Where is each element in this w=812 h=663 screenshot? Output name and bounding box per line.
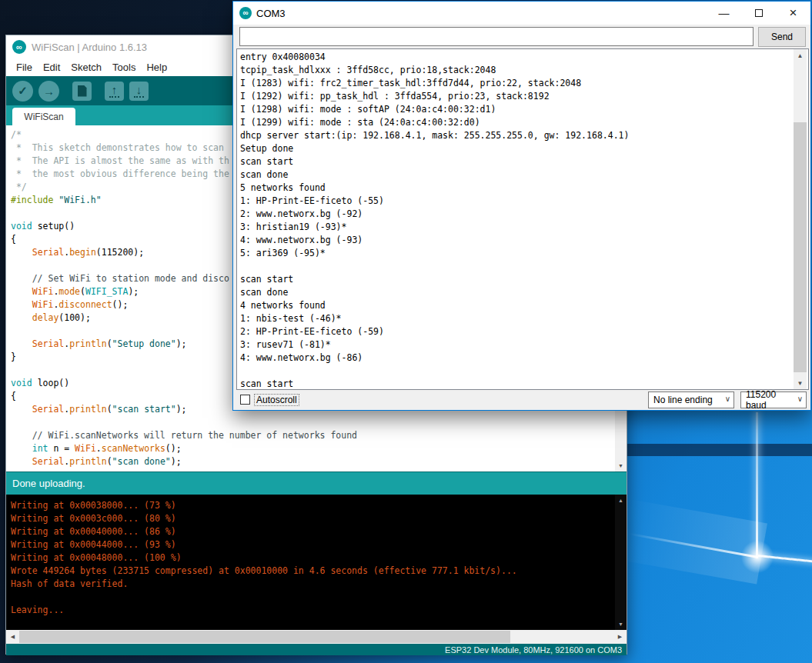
open-tray-icon	[109, 96, 119, 98]
window-controls: — ×	[707, 2, 810, 25]
maximize-button[interactable]	[741, 2, 776, 25]
upload-status-bar: Done uploading.	[6, 471, 627, 495]
serial-output-area[interactable]: entry 0x40080034tcpip_task_hdlxxx : 3ffd…	[236, 48, 809, 390]
line-ending-value: No line ending	[653, 395, 713, 405]
ide-window-title: WiFiScan | Arduino 1.6.13	[32, 42, 147, 53]
editor-scroll-down-icon[interactable]: ▼	[615, 460, 627, 471]
send-button[interactable]: Send	[758, 27, 806, 47]
serial-monitor-bottom-bar: Autoscroll No line ending ∨ 115200 baud …	[233, 390, 810, 410]
baud-rate-dropdown[interactable]: 115200 baud ∨	[740, 391, 807, 408]
serial-scroll-down-icon[interactable]: ▼	[794, 377, 807, 389]
serial-monitor-title: COM3	[256, 8, 286, 19]
tab-wifiscan[interactable]: WiFiScan	[12, 108, 75, 125]
serial-monitor-window: ∞ COM3 — × Send entry 0x40080034tcpip_ta…	[232, 1, 811, 411]
open-sketch-button[interactable]: ↑	[105, 82, 124, 101]
upload-status-text: Done uploading.	[12, 478, 85, 489]
menu-tools[interactable]: Tools	[107, 60, 141, 75]
console-horizontal-scrollbar[interactable]: ◀ ▶	[6, 630, 627, 644]
chevron-down-icon: ∨	[725, 395, 730, 403]
menu-help[interactable]: Help	[141, 60, 172, 75]
chevron-down-icon: ∨	[797, 395, 803, 403]
serial-send-input[interactable]	[239, 27, 754, 46]
new-sketch-button[interactable]	[72, 82, 92, 101]
new-document-icon	[78, 85, 87, 97]
autoscroll-checkbox[interactable]	[240, 395, 250, 405]
hscroll-left-icon[interactable]: ◀	[6, 630, 19, 644]
close-button[interactable]: ×	[776, 2, 810, 25]
upload-button[interactable]: →	[38, 81, 59, 102]
menu-file[interactable]: File	[11, 60, 38, 75]
arduino-logo-icon: ∞	[12, 40, 26, 54]
baud-rate-value: 115200 baud	[746, 389, 792, 411]
build-console[interactable]: Writing at 0x00038000... (73 %)Writing a…	[6, 495, 627, 630]
menu-sketch[interactable]: Sketch	[65, 60, 107, 75]
console-vertical-scrollbar[interactable]: ▲ ▼	[615, 495, 627, 630]
hscroll-thumb[interactable]	[19, 631, 510, 643]
save-arrow-icon: ↓	[136, 84, 142, 95]
serial-vertical-scrollbar[interactable]: ▲ ▼	[794, 49, 807, 389]
desktop: ∞ WiFiScan | Arduino 1.6.13 File Edit Sk…	[0, 0, 812, 663]
save-tray-icon	[134, 96, 144, 98]
board-status-text: ESP32 Dev Module, 80MHz, 921600 on COM3	[445, 645, 622, 655]
minimize-button[interactable]: —	[707, 2, 741, 25]
serial-scroll-thumb[interactable]	[794, 122, 807, 372]
ide-status-bar: ESP32 Dev Module, 80MHz, 921600 on COM3	[6, 644, 627, 655]
console-scroll-down-icon[interactable]: ▼	[615, 618, 627, 630]
maximize-icon	[755, 9, 763, 17]
line-ending-dropdown[interactable]: No line ending ∨	[648, 391, 734, 408]
arduino-logo-icon: ∞	[239, 7, 252, 19]
serial-scroll-up-icon[interactable]: ▲	[794, 49, 807, 62]
wallpaper-corner-glow	[738, 538, 777, 576]
save-sketch-button[interactable]: ↓	[129, 82, 149, 101]
autoscroll-label[interactable]: Autoscroll	[254, 394, 299, 406]
menu-edit[interactable]: Edit	[38, 60, 65, 75]
verify-button[interactable]: ✓	[12, 81, 33, 102]
wallpaper-vertical-light-line	[756, 412, 758, 558]
hscroll-right-icon[interactable]: ▶	[613, 630, 627, 644]
console-scroll-up-icon[interactable]: ▲	[615, 495, 627, 506]
open-arrow-icon: ↑	[112, 84, 118, 95]
